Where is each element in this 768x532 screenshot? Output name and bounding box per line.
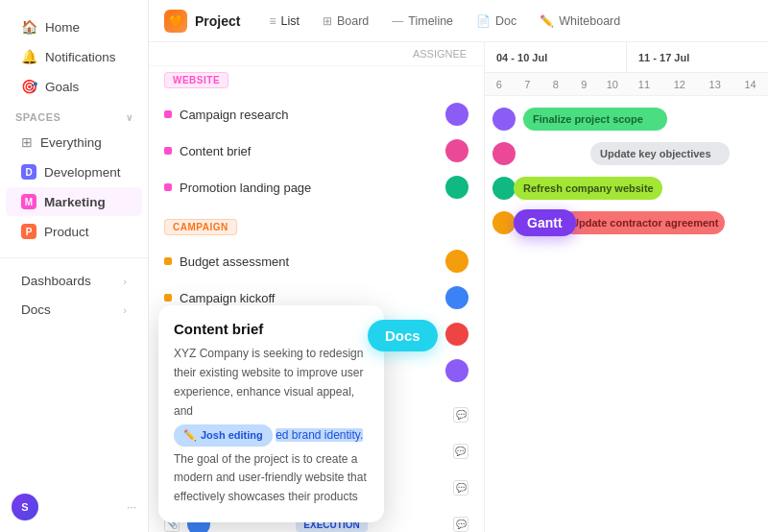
development-dot: D	[21, 164, 36, 180]
product-dot: P	[21, 224, 36, 239]
avatar	[492, 108, 516, 131]
docs-card: Content brief XYZ Company is seeking to …	[158, 305, 384, 522]
sidebar-item-home[interactable]: 🏠 Home	[6, 12, 142, 41]
docs-card-title: Content brief	[174, 321, 369, 337]
avatar	[445, 103, 468, 126]
sidebar-item-notifications-label: Notifications	[45, 50, 116, 64]
sidebar-item-notifications[interactable]: 🔔 Notifications	[6, 42, 142, 71]
tab-list[interactable]: ≡ List	[259, 9, 308, 34]
avatar	[492, 142, 516, 165]
gantt-row-2: Update key objectives	[485, 136, 768, 171]
tab-timeline[interactable]: — Timeline	[382, 9, 463, 34]
gantt-day: 11	[627, 73, 662, 95]
home-icon: 🏠	[21, 19, 37, 35]
docs-label: Docs	[21, 302, 51, 317]
list-tab-icon: ≡	[269, 14, 276, 28]
avatar	[492, 177, 516, 200]
task-row[interactable]: Budget assessment	[149, 243, 484, 279]
sidebar-item-product-label: Product	[44, 225, 89, 239]
gantt-week-1: 04 - 10 Jul	[485, 42, 627, 72]
tab-doc-label: Doc	[495, 14, 516, 28]
tab-list-label: List	[280, 14, 299, 28]
sidebar-item-everything[interactable]: ⊞ Everything	[6, 128, 142, 157]
avatar	[445, 250, 468, 273]
avatar	[445, 176, 468, 199]
assignee-column-header: ASSIGNEE	[411, 48, 468, 60]
sidebar-item-development[interactable]: D Development	[6, 157, 142, 186]
gantt-bar-1: Finalize project scope	[523, 108, 667, 131]
project-title: Project	[195, 13, 240, 29]
gantt-day: 14	[732, 73, 768, 95]
spacer	[149, 206, 484, 213]
gantt-day: 6	[485, 73, 514, 95]
gantt-chart: 04 - 10 Jul 11 - 17 Jul 6 7 8 9 10	[485, 42, 768, 532]
task-dot-icon	[164, 183, 172, 191]
docs-text-3: The goal of the project is to create a m…	[174, 452, 367, 504]
sidebar-item-marketing[interactable]: M Marketing	[6, 187, 142, 216]
task-assignee	[445, 176, 468, 199]
gantt-days-1: 6 7 8 9 10	[485, 73, 627, 95]
project-icon: 🧡	[164, 10, 187, 33]
dashboards-chevron-icon: ›	[123, 276, 127, 287]
avatar	[492, 211, 516, 234]
gantt-day: 8	[541, 73, 570, 95]
sidebar-item-dashboards[interactable]: Dashboards ›	[6, 267, 142, 295]
whiteboard-tab-icon: ✏️	[540, 14, 554, 28]
sidebar-item-development-label: Development	[44, 165, 121, 180]
tab-whiteboard-label: Whiteboard	[559, 14, 620, 28]
task-name: Budget assessment	[180, 254, 289, 269]
doc-tab-icon: 📄	[476, 14, 491, 28]
board-tab-icon: ⊞	[323, 14, 332, 28]
spaces-chevron-icon[interactable]: ∨	[126, 112, 133, 123]
tab-doc[interactable]: 📄 Doc	[467, 9, 526, 34]
sidebar-bottom-section: Dashboards › Docs ›	[0, 257, 148, 324]
gantt-header: 04 - 10 Jul 11 - 17 Jul	[485, 42, 768, 73]
task-name: Campaign research	[180, 108, 288, 122]
sidebar-item-goals[interactable]: 🎯 Goals	[6, 72, 142, 101]
task-assignee	[445, 323, 468, 346]
gantt-row-3: Refresh company website	[485, 171, 768, 206]
docs-highlight-text: ed brand identity.	[276, 428, 363, 442]
task-row[interactable]: Campaign research	[149, 96, 484, 133]
tab-whiteboard[interactable]: ✏️ Whiteboard	[530, 9, 630, 34]
task-assignee	[445, 250, 468, 273]
comment-icon: 💬	[453, 444, 468, 459]
campaign-section-header: CAMPAIGN	[149, 213, 484, 241]
sidebar-item-docs[interactable]: Docs ›	[6, 296, 142, 324]
gantt-day: 13	[697, 73, 732, 95]
gantt-row-4: Update contractor agreement Gantt	[485, 206, 768, 240]
comment-icon: 💬	[453, 407, 468, 423]
sidebar-item-goals-label: Goals	[45, 80, 79, 94]
tab-timeline-label: Timeline	[408, 14, 453, 28]
task-assignee	[445, 286, 468, 309]
gantt-days-2: 11 12 13 14	[627, 73, 769, 95]
task-row[interactable]: Content brief	[149, 133, 484, 169]
comment-icon: 💬	[453, 517, 468, 532]
gantt-bar-2: Update key objectives	[590, 142, 730, 165]
comment-icon: 💬	[453, 480, 468, 496]
tab-board-label: Board	[337, 14, 369, 28]
column-header-row: ASSIGNEE	[149, 42, 484, 66]
user-menu-icon: ···	[127, 500, 136, 514]
gantt-bar-3: Refresh company website	[514, 177, 662, 200]
docs-bubble: Docs	[368, 320, 438, 351]
website-section-header: WEBSITE	[149, 66, 484, 94]
docs-text-1: XYZ Company is seeking to redesign their…	[174, 347, 363, 417]
avatar	[445, 323, 468, 346]
task-assignee	[445, 359, 468, 382]
docs-chevron-icon: ›	[123, 304, 127, 316]
tab-board[interactable]: ⊞ Board	[313, 9, 378, 34]
gantt-day: 10	[598, 73, 627, 95]
sidebar-item-marketing-label: Marketing	[44, 195, 106, 209]
task-assignee	[445, 103, 468, 126]
user-avatar[interactable]: S	[12, 494, 38, 520]
website-badge: WEBSITE	[164, 72, 228, 88]
sidebar-user-area: S ···	[0, 494, 148, 520]
bell-icon: 🔔	[21, 49, 37, 64]
docs-card-body: XYZ Company is seeking to redesign their…	[174, 345, 369, 507]
gantt-row-1: Finalize project scope	[485, 102, 768, 136]
task-row[interactable]: Promotion landing page	[149, 169, 484, 206]
timeline-tab-icon: —	[392, 14, 403, 28]
task-name: Content brief	[180, 144, 251, 158]
sidebar-item-product[interactable]: P Product	[6, 217, 142, 246]
